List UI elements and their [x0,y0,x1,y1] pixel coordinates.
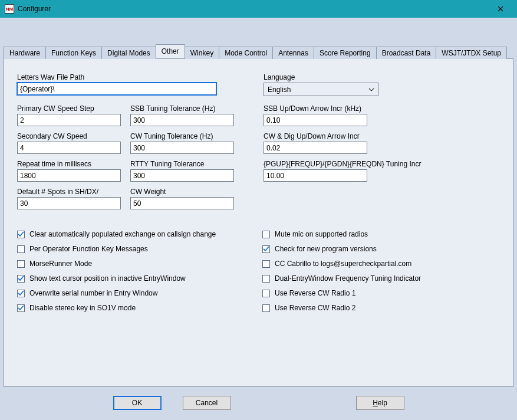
checkbox-clear-exchange[interactable] [17,231,25,238]
check-label-check-updates: Check for new program versions [275,245,377,253]
default-spots-input[interactable] [17,197,121,209]
title-bar: NM Configurer [0,0,517,18]
check-label-morserunner: MorseRunner Mode [29,260,92,268]
tab-mode-control[interactable]: Mode Control [219,47,273,59]
check-label-dual-entry-tuning: Dual-EntryWindow Frequency Tuning Indica… [275,274,421,283]
client-area: Hardware Function Keys Digital Modes Oth… [0,18,517,420]
checkbox-check-updates[interactable] [262,245,270,253]
ok-button[interactable]: OK [113,396,162,410]
check-row-overwrite-serial: Overwrite serial number in Entry Window [17,287,248,300]
check-row-per-operator-fk: Per Operator Function Key Messages [17,242,248,255]
close-button[interactable] [489,1,512,17]
check-label-overwrite-serial: Overwrite serial number in Entry Window [29,289,157,297]
check-row-reverse-cw-2: Use Reverse CW Radio 2 [262,301,421,314]
check-label-disable-stereo: Disable stereo key in SO1V mode [29,304,136,312]
label-secondary-cw-speed: Secondary CW Speed [17,132,121,140]
button-bar: OK Cancel Help [0,394,517,412]
pgup-pgdn-tuning-incr-input[interactable] [264,169,367,182]
check-row-check-updates: Check for new program versions [262,242,421,255]
checkbox-group-right: Mute mic on supported radiosCheck for ne… [262,226,421,316]
checkbox-reverse-cw-2[interactable] [262,304,270,312]
rtty-tuning-tolerance-input[interactable] [130,169,234,182]
app-icon: NM [5,4,14,14]
tab-digital-modes[interactable]: Digital Modes [101,47,156,59]
tab-score-reporting[interactable]: Score Reporting [314,47,377,59]
checkbox-per-operator-fk[interactable] [17,245,25,253]
check-label-show-text-cursor: Show text cursor position in inactive En… [29,274,186,283]
label-cw-dig-updown: CW & Dig Up/Down Arrow Incr [264,132,499,140]
tab-strip: Hardware Function Keys Digital Modes Oth… [4,46,513,59]
label-default-spots: Default # Spots in SH/DX/ [17,188,121,196]
check-row-dual-entry-tuning: Dual-EntryWindow Frequency Tuning Indica… [262,272,421,285]
chevron-down-icon [368,87,374,93]
secondary-cw-speed-input[interactable] [17,142,121,154]
checkbox-morserunner[interactable] [17,260,25,268]
check-row-show-text-cursor: Show text cursor position in inactive En… [17,272,248,285]
label-ssb-tuning-tolerance: SSB Tuning Tolerance (Hz) [130,104,234,113]
check-label-reverse-cw-2: Use Reverse CW Radio 2 [275,304,355,312]
language-value: English [268,86,291,94]
tab-hardware[interactable]: Hardware [4,47,46,59]
check-label-cc-cabrillo: CC Cabrillo to logs@supercheckpartial.co… [275,260,411,268]
checkbox-dual-entry-tuning[interactable] [262,275,270,283]
checkbox-disable-stereo[interactable] [17,304,25,312]
label-language: Language [264,73,499,81]
check-label-mute-mic: Mute mic on supported radios [275,230,368,238]
letters-wav-input[interactable] [17,83,216,95]
window-title: Configurer [18,5,489,13]
cw-dig-updown-input[interactable] [264,142,367,154]
close-icon [498,6,503,12]
label-rtty-tuning-tolerance: RTTY Tuning Tolerance [130,160,234,168]
language-select[interactable]: English [264,83,378,96]
primary-cw-speed-step-input[interactable] [17,114,121,126]
check-row-mute-mic: Mute mic on supported radios [262,228,421,241]
checkbox-overwrite-serial[interactable] [17,290,25,297]
label-repeat-time: Repeat time in millisecs [17,160,121,168]
check-row-clear-exchange: Clear automatically populated exchange o… [17,228,248,241]
check-label-reverse-cw-1: Use Reverse CW Radio 1 [275,289,355,297]
help-button[interactable]: Help [356,396,404,410]
check-label-clear-exchange: Clear automatically populated exchange o… [29,230,216,238]
check-row-reverse-cw-1: Use Reverse CW Radio 1 [262,287,421,300]
label-pgup-pgdn-tuning-incr: {PGUP}{FREQUP}/{PGDN}{FREQDN} Tuning Inc… [264,160,499,168]
checkbox-mute-mic[interactable] [262,231,270,238]
tab-broadcast-data[interactable]: Broadcast Data [376,47,437,59]
ssb-tuning-tolerance-input[interactable] [130,114,234,126]
label-primary-cw-speed-step: Primary CW Speed Step [17,104,121,113]
label-cw-tuning-tolerance: CW Tuning Tolerance (Hz) [130,132,234,140]
cw-tuning-tolerance-input[interactable] [130,142,234,154]
checkbox-show-text-cursor[interactable] [17,275,25,283]
checkbox-group-left: Clear automatically populated exchange o… [17,226,248,316]
tab-winkey[interactable]: Winkey [185,47,219,59]
tab-antennas[interactable]: Antennas [272,47,314,59]
ssb-updown-arrow-input[interactable] [264,114,367,126]
tab-wsjt-jtdx-setup[interactable]: WSJT/JTDX Setup [436,47,507,59]
checkbox-cc-cabrillo[interactable] [262,260,270,268]
cw-weight-input[interactable] [130,197,234,209]
label-letters-wav: Letters Wav File Path [17,73,248,81]
cancel-button[interactable]: Cancel [183,396,231,410]
check-row-cc-cabrillo: CC Cabrillo to logs@supercheckpartial.co… [262,257,421,270]
label-ssb-updown-arrow: SSB Up/Down Arrow Incr (kHz) [264,104,499,113]
check-row-morserunner: MorseRunner Mode [17,257,248,270]
checkbox-reverse-cw-1[interactable] [262,290,270,297]
check-row-disable-stereo: Disable stereo key in SO1V mode [17,301,248,314]
label-cw-weight: CW Weight [130,188,234,196]
repeat-time-input[interactable] [17,169,121,182]
check-label-per-operator-fk: Per Operator Function Key Messages [29,245,148,253]
tab-other[interactable]: Other [156,44,185,58]
tab-panel-other: Letters Wav File Path Language English P… [4,59,513,387]
tab-function-keys[interactable]: Function Keys [45,47,102,59]
